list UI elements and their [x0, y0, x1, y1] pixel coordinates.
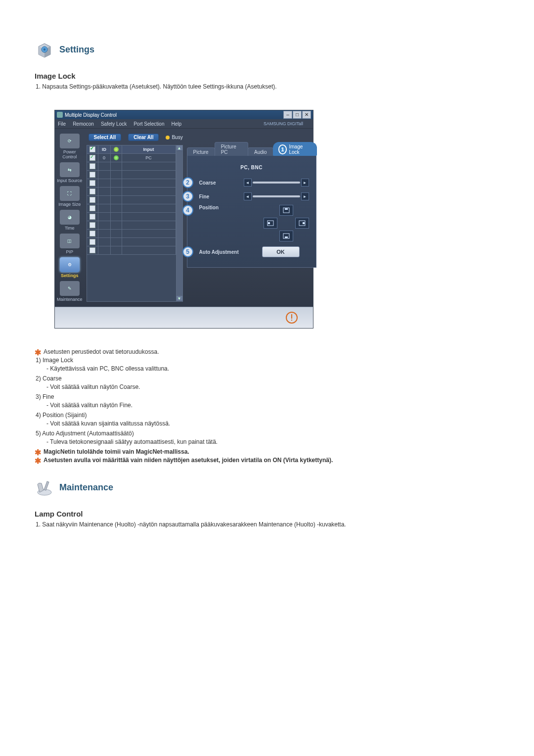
power-icon: ⟳ [60, 134, 80, 148]
notes-block: ✱Asetusten perustiedot ovat tietoruuduko… [35, 348, 504, 464]
note-item-3: 3) Fine [36, 393, 504, 400]
note-star-3: ✱Asetusten avulla voi määrittää vain nii… [35, 457, 504, 464]
settings-tabs: Picture Picture PC Audio 1 Image Lock [187, 145, 316, 156]
position-right-button[interactable] [295, 218, 309, 229]
pip-icon: ◫ [60, 234, 80, 248]
position-down-button[interactable] [279, 231, 293, 241]
callout-5: 5 [182, 246, 193, 257]
menu-port-selection[interactable]: Port Selection [134, 121, 164, 127]
maintenance-icon: ✎ [60, 281, 80, 296]
sidebar-input-source[interactable]: ⇆ Input Source [57, 162, 83, 183]
scroll-down-icon[interactable]: ▼ [177, 296, 182, 301]
menu-safety-lock[interactable]: Safety Lock [101, 121, 127, 127]
tab-image-lock[interactable]: 1 Image Lock [273, 142, 317, 156]
image-lock-heading: Image Lock [35, 72, 504, 80]
menu-remocon[interactable]: Remocon [73, 121, 94, 127]
menu-file[interactable]: File [58, 121, 66, 127]
svg-point-4 [44, 48, 45, 50]
window-title: Multiple Display Control [65, 112, 117, 118]
warning-icon [285, 311, 298, 324]
fine-label: Fine [199, 194, 240, 199]
fine-right-icon[interactable]: ► [301, 192, 309, 200]
busy-indicator: Busy [166, 135, 182, 140]
note-item-3-sub: - Voit säätää valitun näytön Fine. [46, 402, 504, 409]
callout-3: 3 [182, 191, 193, 202]
image-lock-panel: PC, BNC 2 Coarse ◄ ► [187, 156, 316, 268]
coarse-left-icon[interactable]: ◄ [244, 179, 252, 187]
panel-group-title: PC, BNC [194, 165, 309, 170]
row-checkbox[interactable] [89, 155, 95, 161]
col-id: ID [98, 145, 111, 154]
position-up-button[interactable] [279, 205, 293, 216]
sidebar-time[interactable]: ◕ Time [57, 210, 83, 231]
position-label: Position [199, 205, 240, 210]
sidebar-power-control[interactable]: ⟳ Power Control [57, 134, 83, 159]
display-grid: ID Input 0 PC [87, 145, 183, 302]
tab-picture[interactable]: Picture [187, 147, 215, 156]
col-input: Input [122, 145, 176, 154]
app-icon [57, 112, 63, 118]
row-status-icon [114, 155, 119, 160]
note-item-4-sub: - Voit säätää kuvan sijaintia valitussa … [46, 420, 504, 427]
power-status-icon [114, 147, 119, 152]
svg-rect-17 [44, 481, 49, 490]
note-item-5: 5) Auto Adjustment (Automaattisäätö) [36, 430, 504, 437]
image-size-icon: ⛶ [60, 186, 80, 201]
row-input: PC [122, 154, 176, 162]
position-pad [264, 205, 309, 241]
fine-slider[interactable]: ◄ ► [244, 192, 309, 200]
callout-4: 4 [182, 205, 193, 216]
grid-scrollbar[interactable]: ▲ ▼ [177, 145, 183, 302]
ok-button[interactable]: OK [262, 246, 300, 257]
svg-rect-12 [285, 236, 288, 238]
tab-audio[interactable]: Audio [248, 147, 273, 156]
svg-rect-14 [291, 314, 292, 319]
settings-header: Settings [35, 40, 504, 59]
svg-rect-10 [303, 222, 305, 224]
settings-title: Settings [59, 45, 94, 55]
window-titlebar: Multiple Display Control – □ ✕ [55, 110, 313, 119]
lamp-control-heading: Lamp Control [35, 510, 504, 518]
sidebar-pip[interactable]: ◫ PIP [57, 234, 83, 254]
table-row[interactable]: 0 PC [87, 154, 176, 162]
maintenance-step-1: 1. Saat näkyviin Maintenance (Huolto) -n… [36, 521, 504, 528]
maintenance-head-icon [35, 477, 54, 497]
coarse-right-icon[interactable]: ► [301, 179, 309, 187]
sidebar-settings[interactable]: ⚙ Settings [57, 257, 83, 278]
settings-side-icon: ⚙ [60, 257, 80, 272]
maintenance-title: Maintenance [59, 482, 113, 493]
sidebar-maintenance[interactable]: ✎ Maintenance [57, 281, 83, 302]
note-star-1: ✱Asetusten perustiedot ovat tietoruuduko… [35, 348, 504, 355]
settings-icon [35, 40, 54, 59]
position-left-button[interactable] [264, 218, 277, 229]
svg-rect-8 [268, 222, 270, 224]
tab-picture-pc[interactable]: Picture PC [215, 142, 248, 156]
header-checkbox[interactable] [89, 146, 95, 152]
coarse-slider[interactable]: ◄ ► [244, 179, 309, 187]
sidebar-image-size[interactable]: ⛶ Image Size [57, 186, 83, 207]
scroll-up-icon[interactable]: ▲ [177, 145, 182, 151]
select-all-button[interactable]: Select All [89, 134, 122, 141]
note-item-2-sub: - Voit säätää valitun näytön Coarse. [46, 383, 504, 390]
busy-dot-icon [166, 136, 170, 140]
fine-left-icon[interactable]: ◄ [244, 192, 252, 200]
note-item-1-sub: - Käytettävissä vain PC, BNC ollessa val… [46, 365, 504, 372]
note-star-2: ✱MagicNetin tulolähde toimii vain MagicN… [35, 448, 504, 455]
maximize-button[interactable]: □ [293, 111, 302, 119]
coarse-label: Coarse [199, 180, 240, 186]
brand-label: SAMSUNG DIGITall [264, 121, 303, 126]
row-id: 0 [98, 154, 111, 162]
callout-2: 2 [182, 177, 193, 188]
status-bar [55, 307, 313, 328]
svg-rect-6 [285, 208, 288, 210]
minimize-button[interactable]: – [283, 111, 292, 119]
time-icon: ◕ [60, 210, 80, 225]
note-item-5-sub: - Tuleva tietokonesignaali säätyy automa… [46, 438, 504, 445]
close-button[interactable]: ✕ [302, 111, 311, 119]
note-item-4: 4) Position (Sijainti) [36, 412, 504, 419]
menubar: File Remocon Safety Lock Port Selection … [55, 119, 313, 129]
menu-help[interactable]: Help [171, 121, 181, 127]
input-source-icon: ⇆ [60, 162, 80, 177]
maintenance-header: Maintenance [35, 477, 504, 497]
clear-all-button[interactable]: Clear All [128, 134, 159, 141]
